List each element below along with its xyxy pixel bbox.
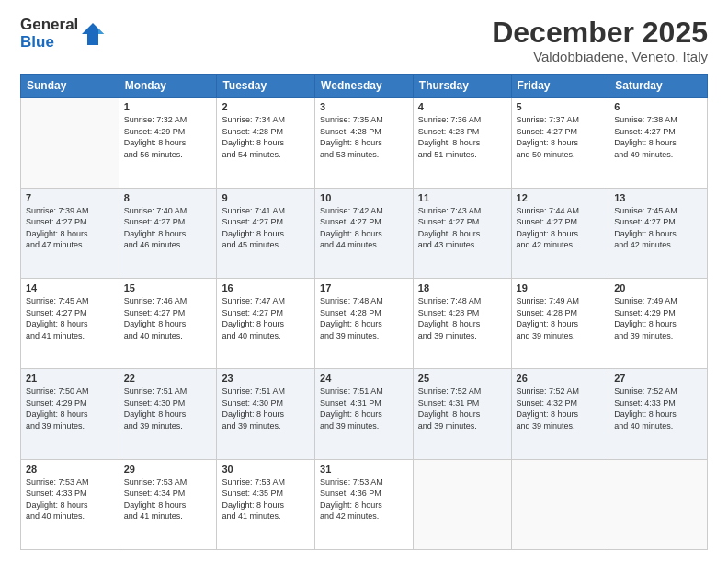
logo-icon (80, 21, 106, 47)
day-info: Sunrise: 7:48 AM Sunset: 4:28 PM Dayligh… (418, 295, 506, 341)
table-row: 24Sunrise: 7:51 AM Sunset: 4:31 PM Dayli… (315, 369, 414, 459)
table-row (21, 98, 119, 188)
table-row (511, 459, 609, 549)
day-number: 9 (222, 192, 310, 203)
table-row (413, 459, 511, 549)
header: General Blue December 2025 Valdobbiadene… (20, 17, 708, 64)
day-number: 11 (418, 192, 506, 203)
day-info: Sunrise: 7:47 AM Sunset: 4:27 PM Dayligh… (222, 295, 310, 341)
day-info: Sunrise: 7:53 AM Sunset: 4:36 PM Dayligh… (320, 477, 408, 523)
table-row: 3Sunrise: 7:35 AM Sunset: 4:28 PM Daylig… (315, 98, 414, 188)
day-number: 30 (222, 464, 310, 475)
table-row: 25Sunrise: 7:52 AM Sunset: 4:31 PM Dayli… (413, 369, 511, 459)
day-number: 18 (418, 282, 506, 293)
table-row: 20Sunrise: 7:49 AM Sunset: 4:29 PM Dayli… (609, 278, 708, 368)
day-number: 8 (124, 192, 212, 203)
col-wednesday: Wednesday (315, 75, 414, 98)
day-number: 16 (222, 282, 310, 293)
table-row: 4Sunrise: 7:36 AM Sunset: 4:28 PM Daylig… (413, 98, 511, 188)
table-row: 9Sunrise: 7:41 AM Sunset: 4:27 PM Daylig… (217, 188, 315, 278)
day-number: 25 (418, 373, 506, 384)
table-row: 10Sunrise: 7:42 AM Sunset: 4:27 PM Dayli… (315, 188, 414, 278)
table-row (609, 459, 708, 549)
table-row: 8Sunrise: 7:40 AM Sunset: 4:27 PM Daylig… (119, 188, 217, 278)
day-number: 14 (26, 282, 114, 293)
table-row: 23Sunrise: 7:51 AM Sunset: 4:30 PM Dayli… (217, 369, 315, 459)
day-info: Sunrise: 7:53 AM Sunset: 4:34 PM Dayligh… (124, 477, 212, 523)
table-row: 22Sunrise: 7:51 AM Sunset: 4:30 PM Dayli… (119, 369, 217, 459)
day-info: Sunrise: 7:51 AM Sunset: 4:31 PM Dayligh… (320, 385, 408, 431)
day-info: Sunrise: 7:37 AM Sunset: 4:27 PM Dayligh… (517, 114, 605, 160)
col-tuesday: Tuesday (217, 75, 315, 98)
table-row: 12Sunrise: 7:44 AM Sunset: 4:27 PM Dayli… (511, 188, 609, 278)
table-row: 28Sunrise: 7:53 AM Sunset: 4:33 PM Dayli… (21, 459, 119, 549)
day-info: Sunrise: 7:49 AM Sunset: 4:29 PM Dayligh… (614, 295, 702, 341)
table-row: 29Sunrise: 7:53 AM Sunset: 4:34 PM Dayli… (119, 459, 217, 549)
day-number: 4 (418, 101, 506, 112)
table-row: 15Sunrise: 7:46 AM Sunset: 4:27 PM Dayli… (119, 278, 217, 368)
day-number: 20 (614, 282, 702, 293)
svg-marker-1 (98, 29, 104, 34)
day-number: 22 (124, 373, 212, 384)
table-row: 17Sunrise: 7:48 AM Sunset: 4:28 PM Dayli… (315, 278, 414, 368)
col-friday: Friday (511, 75, 609, 98)
logo-general: General (20, 17, 78, 34)
day-info: Sunrise: 7:39 AM Sunset: 4:27 PM Dayligh… (26, 205, 114, 251)
day-info: Sunrise: 7:42 AM Sunset: 4:27 PM Dayligh… (320, 205, 408, 251)
col-monday: Monday (119, 75, 217, 98)
table-row: 26Sunrise: 7:52 AM Sunset: 4:32 PM Dayli… (511, 369, 609, 459)
day-info: Sunrise: 7:46 AM Sunset: 4:27 PM Dayligh… (124, 295, 212, 341)
table-row: 19Sunrise: 7:49 AM Sunset: 4:28 PM Dayli… (511, 278, 609, 368)
day-info: Sunrise: 7:51 AM Sunset: 4:30 PM Dayligh… (124, 385, 212, 431)
day-info: Sunrise: 7:50 AM Sunset: 4:29 PM Dayligh… (26, 385, 114, 431)
day-number: 2 (222, 101, 310, 112)
day-number: 3 (320, 101, 408, 112)
day-number: 31 (320, 464, 408, 475)
day-number: 23 (222, 373, 310, 384)
calendar-week-row: 14Sunrise: 7:45 AM Sunset: 4:27 PM Dayli… (21, 278, 708, 368)
day-info: Sunrise: 7:45 AM Sunset: 4:27 PM Dayligh… (614, 205, 702, 251)
table-row: 30Sunrise: 7:53 AM Sunset: 4:35 PM Dayli… (217, 459, 315, 549)
day-info: Sunrise: 7:34 AM Sunset: 4:28 PM Dayligh… (222, 114, 310, 160)
logo: General Blue (20, 17, 106, 51)
day-info: Sunrise: 7:53 AM Sunset: 4:33 PM Dayligh… (26, 477, 114, 523)
calendar-header-row: Sunday Monday Tuesday Wednesday Thursday… (21, 75, 708, 98)
day-number: 13 (614, 192, 702, 203)
day-number: 29 (124, 464, 212, 475)
calendar-week-row: 1Sunrise: 7:32 AM Sunset: 4:29 PM Daylig… (21, 98, 708, 188)
table-row: 16Sunrise: 7:47 AM Sunset: 4:27 PM Dayli… (217, 278, 315, 368)
col-saturday: Saturday (609, 75, 708, 98)
calendar-week-row: 28Sunrise: 7:53 AM Sunset: 4:33 PM Dayli… (21, 459, 708, 549)
day-number: 1 (124, 101, 212, 112)
calendar-week-row: 7Sunrise: 7:39 AM Sunset: 4:27 PM Daylig… (21, 188, 708, 278)
day-number: 17 (320, 282, 408, 293)
day-number: 12 (517, 192, 605, 203)
day-info: Sunrise: 7:40 AM Sunset: 4:27 PM Dayligh… (124, 205, 212, 251)
title-block: December 2025 Valdobbiadene, Veneto, Ita… (492, 17, 708, 64)
table-row: 1Sunrise: 7:32 AM Sunset: 4:29 PM Daylig… (119, 98, 217, 188)
day-info: Sunrise: 7:35 AM Sunset: 4:28 PM Dayligh… (320, 114, 408, 160)
logo-text: General Blue (20, 17, 78, 51)
month-title: December 2025 (492, 17, 708, 49)
day-number: 21 (26, 373, 114, 384)
day-number: 6 (614, 101, 702, 112)
table-row: 18Sunrise: 7:48 AM Sunset: 4:28 PM Dayli… (413, 278, 511, 368)
day-number: 10 (320, 192, 408, 203)
table-row: 7Sunrise: 7:39 AM Sunset: 4:27 PM Daylig… (21, 188, 119, 278)
day-number: 28 (26, 464, 114, 475)
table-row: 14Sunrise: 7:45 AM Sunset: 4:27 PM Dayli… (21, 278, 119, 368)
day-number: 27 (614, 373, 702, 384)
calendar-week-row: 21Sunrise: 7:50 AM Sunset: 4:29 PM Dayli… (21, 369, 708, 459)
day-number: 19 (517, 282, 605, 293)
day-info: Sunrise: 7:43 AM Sunset: 4:27 PM Dayligh… (418, 205, 506, 251)
day-info: Sunrise: 7:52 AM Sunset: 4:33 PM Dayligh… (614, 385, 702, 431)
day-info: Sunrise: 7:44 AM Sunset: 4:27 PM Dayligh… (517, 205, 605, 251)
day-number: 5 (517, 101, 605, 112)
day-info: Sunrise: 7:52 AM Sunset: 4:32 PM Dayligh… (517, 385, 605, 431)
col-thursday: Thursday (413, 75, 511, 98)
logo-blue: Blue (20, 34, 78, 52)
table-row: 2Sunrise: 7:34 AM Sunset: 4:28 PM Daylig… (217, 98, 315, 188)
day-info: Sunrise: 7:52 AM Sunset: 4:31 PM Dayligh… (418, 385, 506, 431)
day-info: Sunrise: 7:36 AM Sunset: 4:28 PM Dayligh… (418, 114, 506, 160)
calendar: Sunday Monday Tuesday Wednesday Thursday… (20, 74, 708, 550)
